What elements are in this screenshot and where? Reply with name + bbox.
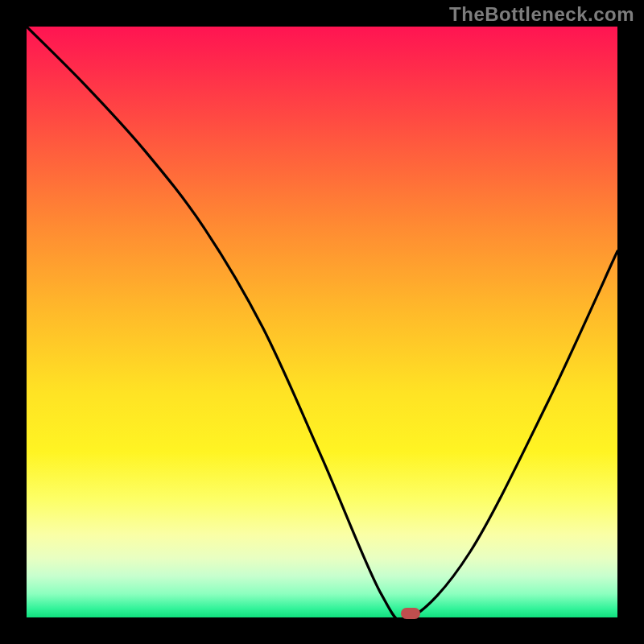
chart-frame: TheBottleneck.com xyxy=(0,0,644,644)
bottleneck-curve xyxy=(27,27,617,617)
optimal-point-marker xyxy=(401,608,420,619)
gradient-plot-area xyxy=(27,27,617,617)
watermark-text: TheBottleneck.com xyxy=(449,3,634,26)
